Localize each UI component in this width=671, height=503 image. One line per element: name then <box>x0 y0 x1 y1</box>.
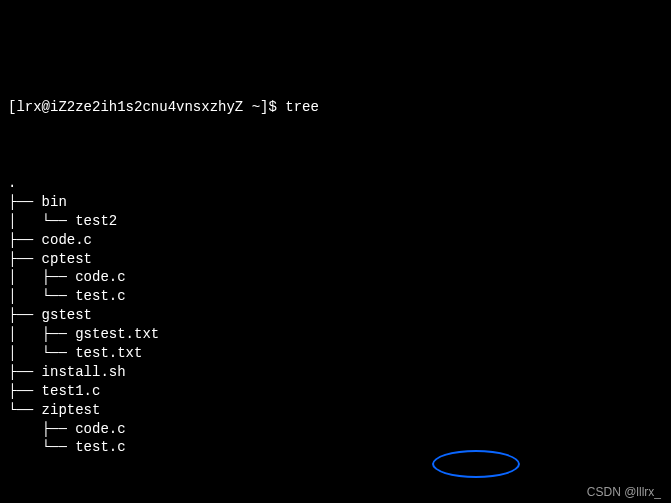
watermark: CSDN @lllrx_ <box>587 484 661 500</box>
tree-output: . ├── bin │ └── test2 ├── code.c ├── cpt… <box>8 174 663 457</box>
cmd-tree: tree <box>285 99 319 115</box>
shell-prompt: [lrx@iZ2ze2ih1s2cnu4vnsxzhyZ ~]$ <box>8 99 285 115</box>
blank-line <box>8 476 663 495</box>
prompt-line-tree[interactable]: [lrx@iZ2ze2ih1s2cnu4vnsxzhyZ ~]$ tree <box>8 98 663 117</box>
